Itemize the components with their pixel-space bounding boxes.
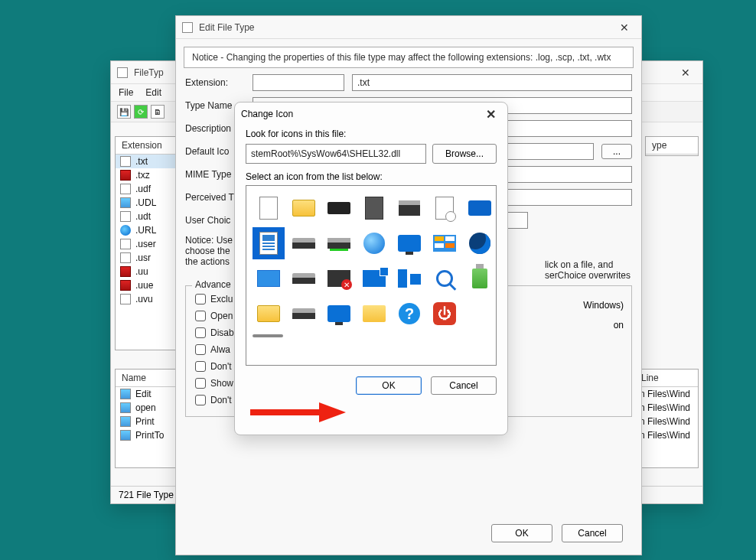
extension-row[interactable]: .udt [116,210,175,223]
extension-row[interactable]: .txt [116,155,175,168]
extensions-pane[interactable]: Extension .txt.txz.udf.UDL.udt.URL.user.… [115,136,176,350]
icon-list[interactable]: ?⏻ [246,185,497,366]
extension-row[interactable]: .uu [116,265,175,278]
filetypesman-title: FileTyp [134,67,164,78]
right-header-1[interactable]: ype [645,136,699,156]
drive-gray-icon[interactable] [288,298,320,330]
verbs-pane[interactable]: Name EditopenPrintPrintTo [115,369,176,468]
file-icon [120,239,131,249]
search-icon[interactable] [429,262,461,295]
extensions-header[interactable]: Extension [116,137,175,155]
changeicon-ok-button[interactable]: OK [356,376,422,395]
file-icon [120,170,131,181]
text-document-icon[interactable] [253,227,285,259]
scrollbar-thumb[interactable] [253,334,283,337]
file-icon [120,197,131,208]
verb-row[interactable]: PrintTo [116,428,175,442]
extension-row[interactable]: .UDL [116,196,175,210]
edit-cancel-button[interactable]: Cancel [562,524,623,542]
toolbar-doc-icon[interactable]: 🗎 [151,105,165,119]
select-label: Select an icon from the list below: [246,171,497,182]
folder-icon[interactable] [288,192,320,224]
monitor-blue-icon[interactable] [323,298,355,330]
extension-visible-gap [253,74,344,91]
network-monitor-icon[interactable] [358,262,390,295]
verb-row[interactable]: Print [116,415,175,428]
app-icon [182,22,193,33]
file-icon [120,184,131,194]
globe-icon[interactable] [358,227,390,259]
network-icon[interactable] [393,262,425,295]
file-icon [120,211,131,222]
night-mode-icon[interactable] [464,227,496,259]
verb-row[interactable]: Edit [116,387,175,401]
changeicon-titlebar: Change Icon ✕ [235,103,507,125]
advanced-right-1: Windows) [583,300,624,311]
file-icon [120,294,131,304]
verb-row[interactable]: open [116,401,175,415]
hard-disk-icon[interactable] [288,227,320,259]
icon-file-input[interactable] [246,144,426,164]
blank-page-icon[interactable] [253,192,285,224]
menu-file[interactable]: File [119,87,133,98]
usb-green-arrow-icon[interactable] [464,262,496,295]
verbs-header[interactable]: Name [116,370,175,387]
change-icon-dialog: Change Icon ✕ Look for icons in this fil… [234,102,508,435]
browse-button[interactable]: Browse... [432,144,497,164]
programs-icon[interactable] [429,227,461,259]
defaulticon-browse-button[interactable]: ... [601,144,632,159]
cmdline-row[interactable]: n Files\Wind [635,401,698,415]
window-tile-icon[interactable] [464,192,496,224]
changeicon-cancel-button[interactable]: Cancel [431,376,497,395]
help-icon[interactable]: ? [393,298,425,330]
file-icon [120,156,131,167]
look-label: Look for icons in this file: [246,129,497,139]
advanced-right-2: on [614,320,624,330]
verb-icon [120,402,131,413]
extension-row[interactable]: .udf [116,182,175,196]
hard-disk-green-icon[interactable] [323,227,355,259]
recent-page-icon[interactable] [429,192,461,224]
extension-row[interactable]: .URL [116,223,175,237]
power-icon[interactable]: ⏻ [429,298,461,330]
extension-input[interactable]: .txt [352,74,632,91]
file-icon [120,280,131,291]
extension-row[interactable]: .uvu [116,292,175,306]
toolbar-refresh-icon[interactable]: ⟳ [134,105,148,119]
close-icon[interactable]: ✕ [614,20,635,35]
userchoice-notice-right: lick on a file, and serChoice overwrites [545,259,631,281]
edit-ok-button[interactable]: OK [491,524,552,542]
verb-icon [120,389,131,399]
cmdline-row[interactable]: n Files\Wind [635,387,698,401]
extension-row[interactable]: .uue [116,278,175,292]
right-header-2[interactable]: Line [635,370,698,387]
menu-edit[interactable]: Edit [145,87,161,98]
folder-window-icon[interactable] [358,298,390,330]
monitor-remove-icon[interactable] [323,262,355,295]
right-pane: Line n Files\Windn Files\Windn Files\Win… [634,369,699,468]
file-icon [120,225,131,236]
diskette-icon[interactable] [253,262,285,295]
changeicon-title: Change Icon [241,109,293,119]
close-icon[interactable]: ✕ [675,65,696,80]
extension-row[interactable]: .usr [116,251,175,265]
notice-box: Notice - Changing the properties of this… [184,47,634,68]
file-icon [120,266,131,277]
folder-yellow-icon[interactable] [253,298,285,330]
printer-icon[interactable] [393,192,425,224]
monitor-globe-icon[interactable] [393,227,425,259]
drive-icon[interactable] [323,192,355,224]
chip-icon[interactable] [358,192,390,224]
cmdline-row[interactable]: n Files\Wind [635,415,698,428]
app-icon [117,67,128,78]
edit-dialog-buttons: OK Cancel [476,515,638,552]
extension-row[interactable]: .txz [116,168,175,182]
verb-icon [120,430,131,441]
close-icon[interactable]: ✕ [480,106,501,122]
verb-icon [120,416,131,427]
dark-drive-icon[interactable] [288,262,320,295]
extension-row[interactable]: .user [116,237,175,251]
toolbar-save-icon[interactable]: 💾 [117,105,131,119]
edit-titlebar: Edit File Type ✕ [176,16,641,39]
cmdline-row[interactable]: n Files\Wind [635,428,698,442]
